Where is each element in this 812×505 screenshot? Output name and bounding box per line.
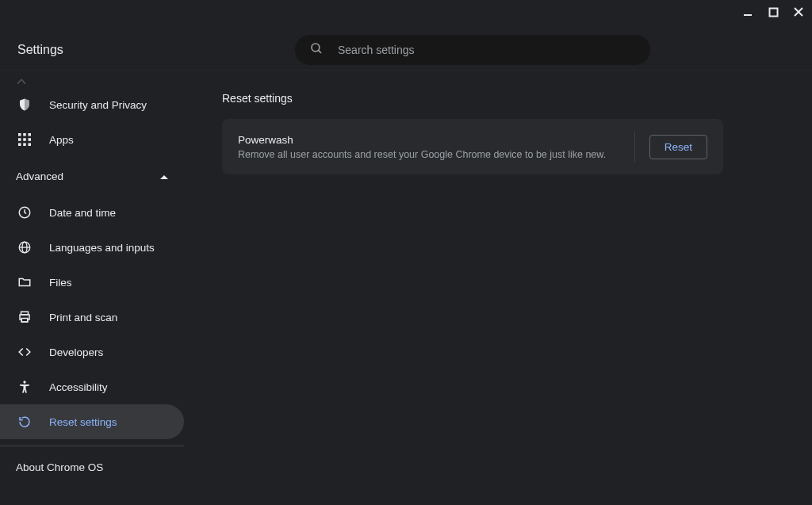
divider <box>0 70 812 71</box>
section-title: Reset settings <box>222 92 812 105</box>
powerwash-card: Powerwash Remove all user accounts and r… <box>222 119 723 174</box>
sidebar-item-print-scan[interactable]: Print and scan <box>0 300 184 335</box>
svg-line-5 <box>318 50 321 53</box>
sidebar-item-about[interactable]: About Chrome OS <box>0 451 184 483</box>
svg-point-4 <box>312 44 320 52</box>
svg-rect-12 <box>18 143 21 146</box>
sidebar-item-apps[interactable]: Apps <box>0 122 184 157</box>
svg-rect-8 <box>28 133 31 136</box>
reset-button[interactable]: Reset <box>649 135 707 159</box>
svg-rect-11 <box>28 138 31 141</box>
sidebar-item-languages[interactable]: Languages and inputs <box>0 230 184 265</box>
sidebar-item-reset-settings[interactable]: Reset settings <box>0 404 184 439</box>
advanced-label: Advanced <box>16 170 63 182</box>
sidebar-item-label: Apps <box>49 134 74 146</box>
card-title: Powerwash <box>238 134 625 146</box>
svg-rect-9 <box>18 138 21 141</box>
divider <box>634 132 635 162</box>
reset-icon <box>17 415 32 429</box>
sidebar-item-cut <box>0 79 184 87</box>
svg-rect-6 <box>18 133 21 136</box>
sidebar: Security and Privacy Apps Advanced Dat <box>0 70 184 505</box>
sidebar-item-date-time[interactable]: Date and time <box>0 195 184 230</box>
clock-icon <box>17 205 32 220</box>
sidebar-item-label: Developers <box>49 346 103 358</box>
sidebar-item-label: Date and time <box>49 207 116 219</box>
svg-rect-7 <box>23 133 26 136</box>
sidebar-item-label: Languages and inputs <box>49 242 155 254</box>
accessibility-icon <box>17 380 32 394</box>
printer-icon <box>17 310 32 324</box>
header: Settings <box>0 0 812 70</box>
sidebar-item-label: Files <box>49 277 72 289</box>
shield-icon <box>17 98 32 112</box>
sidebar-item-label: Accessibility <box>49 381 108 393</box>
chevron-up-icon <box>160 170 168 182</box>
search-icon <box>309 41 324 59</box>
svg-point-21 <box>23 381 25 383</box>
sidebar-item-label: Reset settings <box>49 416 117 428</box>
search-input[interactable] <box>338 44 636 56</box>
app-title: Settings <box>17 43 63 57</box>
sidebar-advanced-toggle[interactable]: Advanced <box>0 160 184 192</box>
sidebar-item-accessibility[interactable]: Accessibility <box>0 369 184 404</box>
folder-icon <box>17 275 32 289</box>
card-text: Powerwash Remove all user accounts and r… <box>238 134 625 160</box>
divider <box>0 446 184 446</box>
apps-icon <box>17 132 32 147</box>
search-field[interactable] <box>295 35 650 65</box>
svg-rect-14 <box>28 143 31 146</box>
code-icon <box>17 345 32 359</box>
globe-icon <box>17 240 32 254</box>
svg-rect-13 <box>23 143 26 146</box>
card-description: Remove all user accounts and reset your … <box>238 149 625 160</box>
sidebar-item-label: About Chrome OS <box>16 461 103 473</box>
sidebar-item-label: Security and Privacy <box>49 99 147 111</box>
svg-rect-20 <box>21 319 28 323</box>
sidebar-item-security-privacy[interactable]: Security and Privacy <box>0 87 184 122</box>
sidebar-item-developers[interactable]: Developers <box>0 335 184 369</box>
sidebar-item-files[interactable]: Files <box>0 265 184 300</box>
sidebar-item-label: Print and scan <box>49 312 117 323</box>
svg-rect-10 <box>23 138 26 141</box>
main-content: Reset settings Powerwash Remove all user… <box>184 70 812 505</box>
